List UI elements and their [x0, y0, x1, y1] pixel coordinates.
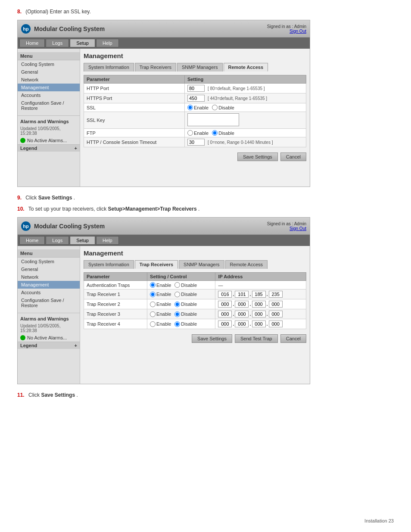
- ftp-enable-label[interactable]: Enable: [187, 130, 209, 136]
- nav-help-1[interactable]: Help: [96, 39, 119, 47]
- ip4-oct1[interactable]: [218, 320, 232, 327]
- sidebar-cooling-1[interactable]: Cooling System: [18, 60, 80, 68]
- ip-dot: .: [267, 311, 268, 317]
- trap2-disable-label[interactable]: Disable: [174, 302, 197, 307]
- ssl-enable-label[interactable]: Enable: [187, 105, 209, 110]
- ip4-oct2[interactable]: [235, 320, 249, 327]
- auth-traps-enable-label[interactable]: Enable: [150, 282, 171, 288]
- trap3-enable-radio[interactable]: [150, 311, 156, 317]
- param-auth-traps: Authentication Traps: [84, 281, 147, 289]
- ip1-oct4[interactable]: [269, 291, 283, 298]
- ip3-oct4[interactable]: [269, 311, 283, 317]
- ip2-oct2[interactable]: [235, 301, 249, 308]
- nav-help-2[interactable]: Help: [96, 236, 119, 245]
- nav-home-1[interactable]: Home: [19, 39, 45, 47]
- nav-logs-2[interactable]: Logs: [46, 236, 69, 245]
- tab-trap-receivers-2[interactable]: Trap Receivers: [135, 260, 178, 269]
- legend-plus-icon-1[interactable]: +: [75, 146, 77, 151]
- tab-remote-access-1[interactable]: Remote Access: [224, 63, 268, 72]
- ssl-disable-radio[interactable]: [212, 105, 218, 110]
- trap4-enable-radio[interactable]: [150, 321, 156, 327]
- sidebar-general-1[interactable]: General: [18, 68, 80, 76]
- trap1-disable-radio[interactable]: [174, 292, 180, 297]
- nav-setup-2[interactable]: Setup: [70, 236, 95, 245]
- ip3-oct1[interactable]: [218, 311, 232, 317]
- sidebar-cooling-2[interactable]: Cooling System: [18, 258, 80, 265]
- tabs-1: System Information Trap Receivers SNMP M…: [84, 63, 306, 72]
- cancel-btn-1[interactable]: Cancel: [280, 152, 306, 161]
- save-settings-btn-2[interactable]: Save Settings: [192, 334, 232, 343]
- trap1-enable-label[interactable]: Enable: [150, 292, 171, 297]
- auth-traps-disable-label[interactable]: Disable: [174, 282, 197, 288]
- right-panel-2: Management System Information Trap Recei…: [80, 246, 310, 384]
- ip4-oct4[interactable]: [269, 320, 283, 327]
- sidebar-network-2[interactable]: Network: [18, 273, 80, 281]
- tab-snmp-managers-2[interactable]: SNMP Managers: [179, 260, 224, 269]
- ip2-oct4[interactable]: [269, 301, 283, 308]
- auth-traps-disable-radio[interactable]: [174, 282, 180, 288]
- sidebar-general-2[interactable]: General: [18, 265, 80, 273]
- main-content-1: Menu Cooling System General Network Mana…: [18, 49, 310, 187]
- tab-remote-access-2[interactable]: Remote Access: [225, 260, 268, 269]
- ssl-disable-label[interactable]: Disable: [212, 105, 234, 110]
- send-test-trap-btn[interactable]: Send Test Trap: [235, 334, 278, 343]
- step10-text-bold: Setup>Management>Trap Receivers: [108, 206, 197, 212]
- save-settings-btn-1[interactable]: Save Settings: [237, 152, 278, 161]
- sidebar-accounts-1[interactable]: Accounts: [18, 91, 80, 99]
- ip-trap-recv-2: . . .: [215, 299, 306, 309]
- ftp-disable-radio[interactable]: [212, 130, 218, 136]
- sidebar-accounts-2[interactable]: Accounts: [18, 289, 80, 296]
- trap2-enable-label[interactable]: Enable: [150, 302, 171, 307]
- http-port-input[interactable]: [187, 85, 205, 92]
- sidebar-alarms-2: Alarms and Warnings Updated 10/05/2005, …: [18, 313, 80, 342]
- nav-setup-1[interactable]: Setup: [70, 39, 95, 47]
- ssl-enable-radio[interactable]: [187, 105, 193, 110]
- ip2-oct1[interactable]: [218, 301, 232, 308]
- ip2-oct3[interactable]: [252, 301, 266, 308]
- ip3-oct2[interactable]: [235, 311, 249, 317]
- ssl-key-textarea[interactable]: [187, 113, 239, 126]
- legend-plus-icon-2[interactable]: +: [75, 343, 77, 348]
- table-row: Authentication Traps Enable Disable —: [84, 281, 306, 289]
- ftp-disable-label[interactable]: Disable: [212, 130, 234, 136]
- param-trap-recv-3: Trap Receiver 3: [84, 309, 147, 319]
- cancel-btn-2[interactable]: Cancel: [280, 334, 306, 343]
- trap3-disable-label[interactable]: Disable: [174, 311, 197, 317]
- sidebar-management-2[interactable]: Management: [18, 281, 80, 289]
- ip1-oct1[interactable]: [218, 291, 232, 298]
- tab-system-info-2[interactable]: System Information: [84, 260, 134, 269]
- legend-bar-1: Legend +: [18, 144, 80, 152]
- ip-dot: .: [233, 302, 234, 307]
- sidebar-management-1[interactable]: Management: [18, 84, 80, 91]
- trap1-enable-radio[interactable]: [150, 292, 156, 297]
- nav-home-2[interactable]: Home: [19, 236, 45, 245]
- trap2-disable-radio[interactable]: [174, 302, 180, 307]
- tab-system-info-1[interactable]: System Information: [84, 63, 134, 72]
- trap1-disable-label[interactable]: Disable: [174, 292, 197, 297]
- ip1-oct3[interactable]: [252, 291, 266, 298]
- trap3-disable-radio[interactable]: [174, 311, 180, 317]
- step9-text-suffix: .: [74, 195, 75, 201]
- ip3-oct3[interactable]: [252, 311, 266, 317]
- trap4-disable-label[interactable]: Disable: [174, 321, 197, 327]
- auth-traps-enable-radio[interactable]: [150, 282, 156, 288]
- https-port-input[interactable]: [187, 95, 205, 102]
- ip1-oct2[interactable]: [235, 291, 249, 298]
- session-timeout-input[interactable]: [187, 139, 205, 146]
- sign-out-link-2[interactable]: Sign Out: [290, 226, 306, 231]
- trap4-disable-radio[interactable]: [174, 321, 180, 327]
- ftp-enable-radio[interactable]: [187, 130, 193, 136]
- https-port-hint: [ 443=default, Range 1-65535 ]: [208, 96, 267, 101]
- sidebar-network-1[interactable]: Network: [18, 76, 80, 84]
- param-ssl-key: SSL Key: [84, 112, 185, 129]
- sidebar-config-2[interactable]: Configuration Save / Restore: [18, 296, 80, 309]
- sign-out-link-1[interactable]: Sign Out: [290, 29, 306, 34]
- tab-trap-receivers-1[interactable]: Trap Receivers: [135, 63, 176, 72]
- trap4-enable-label[interactable]: Enable: [150, 321, 171, 327]
- sidebar-config-1[interactable]: Configuration Save / Restore: [18, 99, 80, 112]
- ip4-oct3[interactable]: [252, 320, 266, 327]
- tab-snmp-managers-1[interactable]: SNMP Managers: [177, 63, 223, 72]
- trap2-enable-radio[interactable]: [150, 302, 156, 307]
- nav-logs-1[interactable]: Logs: [46, 39, 69, 47]
- trap3-enable-label[interactable]: Enable: [150, 311, 171, 317]
